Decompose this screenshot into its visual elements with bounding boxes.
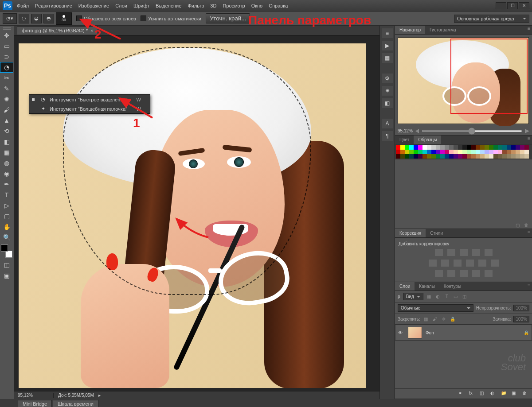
swatch[interactable] [422, 154, 427, 159]
swatch[interactable] [507, 150, 511, 154]
swatch[interactable] [520, 150, 524, 154]
new-selection-icon[interactable]: ◌ [19, 14, 29, 23]
filter-shape-icon[interactable]: ▭ [453, 294, 459, 299]
tool-preset-icon[interactable]: ◔▾ [3, 13, 17, 24]
navigator-thumbnail[interactable] [398, 37, 529, 124]
link-layers-icon[interactable]: ⚭ [458, 391, 466, 397]
swatch[interactable] [489, 145, 493, 150]
color-lookup-icon[interactable] [491, 260, 499, 267]
dodge-tool-icon[interactable]: ◉ [0, 168, 13, 179]
opacity-input[interactable]: 100% [513, 305, 529, 311]
tab-timeline[interactable]: Шкала времени [53, 400, 98, 407]
filter-pixel-icon[interactable]: ▦ [426, 294, 432, 299]
paragraph-panel-icon[interactable]: ¶ [382, 131, 393, 141]
swatch[interactable] [409, 154, 414, 159]
filter-adjust-icon[interactable]: ◐ [435, 294, 441, 299]
history-panel-icon[interactable]: ▶ [382, 41, 393, 50]
menu-filter[interactable]: Фильтр [188, 3, 204, 8]
menu-layers[interactable]: Слои [115, 3, 127, 8]
swatch[interactable] [418, 150, 422, 154]
swatch[interactable] [400, 154, 405, 159]
strip-gripper-icon[interactable]: ≡ [382, 28, 393, 38]
subtract-from-selection-icon[interactable]: ◓ [43, 14, 54, 23]
swatch[interactable] [427, 145, 431, 150]
swatch[interactable] [405, 145, 409, 150]
lock-transparency-icon[interactable]: ▦ [423, 317, 429, 322]
layer-filter-dropdown[interactable]: Вид [403, 293, 423, 300]
photo-filter-icon[interactable] [466, 260, 474, 267]
gradient-tool-icon[interactable]: ▦ [0, 147, 13, 158]
swatch[interactable] [476, 154, 480, 159]
layer-thumbnail[interactable] [408, 327, 422, 338]
swatch[interactable] [458, 145, 462, 150]
panel-menu-icon[interactable]: ≡ [526, 136, 532, 141]
swatch[interactable] [422, 150, 427, 154]
swatch[interactable] [524, 150, 529, 154]
shape-tool-icon[interactable]: ▢ [0, 211, 13, 221]
swatch[interactable] [520, 145, 524, 150]
fill-input[interactable]: 100% [513, 316, 529, 322]
swatch[interactable] [414, 145, 418, 150]
swatch[interactable] [458, 150, 462, 154]
panel-menu-icon[interactable]: ≡ [526, 229, 532, 234]
swatch[interactable] [449, 145, 454, 150]
zoom-tool-icon[interactable]: 🔍 [0, 232, 13, 243]
lock-all-icon[interactable]: 🔒 [450, 317, 456, 322]
swatch[interactable] [436, 145, 440, 150]
new-swatch-icon[interactable]: ▢ [514, 222, 520, 228]
status-zoom[interactable]: 95,12% [18, 393, 49, 398]
channel-mixer-icon[interactable] [478, 260, 486, 267]
swatch[interactable] [445, 150, 449, 154]
menu-select[interactable]: Выделение [156, 3, 181, 8]
swatch[interactable] [476, 150, 480, 154]
swatch[interactable] [467, 154, 471, 159]
swatch[interactable] [436, 150, 440, 154]
trash-icon[interactable]: 🗑 [523, 222, 529, 228]
swatches-grid[interactable] [395, 144, 532, 159]
filter-kind-icon[interactable]: ρ [398, 294, 400, 299]
eyedropper-tool-icon[interactable]: ✎ [0, 83, 13, 94]
panel-menu-icon[interactable]: ≡ [526, 282, 532, 287]
trash-icon[interactable]: 🗑 [522, 391, 529, 397]
swatch[interactable] [445, 154, 449, 159]
tab-paths[interactable]: Контуры [439, 282, 466, 291]
hand-tool-icon[interactable]: ✋ [0, 221, 13, 232]
brush-preset-dropdown[interactable]: 30 [56, 12, 72, 25]
swatch[interactable] [462, 145, 467, 150]
pen-tool-icon[interactable]: ✒ [0, 179, 13, 190]
swatch[interactable] [493, 150, 498, 154]
swatch[interactable] [449, 150, 454, 154]
levels-icon[interactable] [447, 249, 455, 256]
swatch[interactable] [485, 145, 489, 150]
navigator-zoom-slider[interactable] [422, 130, 522, 132]
menu-help[interactable]: Справка [269, 3, 288, 8]
eraser-tool-icon[interactable]: ◧ [0, 136, 13, 147]
minimize-icon[interactable]: — [496, 2, 506, 9]
swatch[interactable] [507, 154, 511, 159]
swatch[interactable] [458, 154, 462, 159]
vibrance-icon[interactable] [485, 249, 493, 256]
tab-mini-bridge[interactable]: Mini Bridge [18, 400, 52, 407]
marquee-tool-icon[interactable]: ▭ [0, 41, 13, 51]
brushes-panel-icon[interactable]: ✷ [382, 86, 393, 96]
foreground-color-swatch[interactable] [1, 244, 8, 252]
tab-styles[interactable]: Стили [426, 229, 447, 237]
posterize-icon[interactable] [447, 270, 455, 277]
actions-panel-icon[interactable]: ▦ [382, 53, 393, 63]
menu-edit[interactable]: Редактирование [35, 3, 72, 8]
visibility-eye-icon[interactable]: 👁 [398, 330, 404, 335]
swatch[interactable] [511, 150, 516, 154]
swatch[interactable] [476, 145, 480, 150]
lasso-tool-icon[interactable]: ⊃ [0, 51, 13, 62]
refine-edge-button[interactable]: Уточн. край... [206, 13, 250, 23]
layer-mask-icon[interactable]: ◫ [480, 391, 487, 397]
swatch[interactable] [427, 150, 431, 154]
filter-type-icon[interactable]: T [444, 294, 450, 299]
toolbox-gripper-icon[interactable] [0, 26, 14, 30]
swatch[interactable] [431, 154, 436, 159]
swatch[interactable] [454, 150, 458, 154]
background-color-swatch[interactable] [5, 251, 12, 258]
swatch[interactable] [471, 150, 476, 154]
swatch[interactable] [524, 145, 529, 150]
character-panel-icon[interactable]: A [382, 119, 393, 128]
